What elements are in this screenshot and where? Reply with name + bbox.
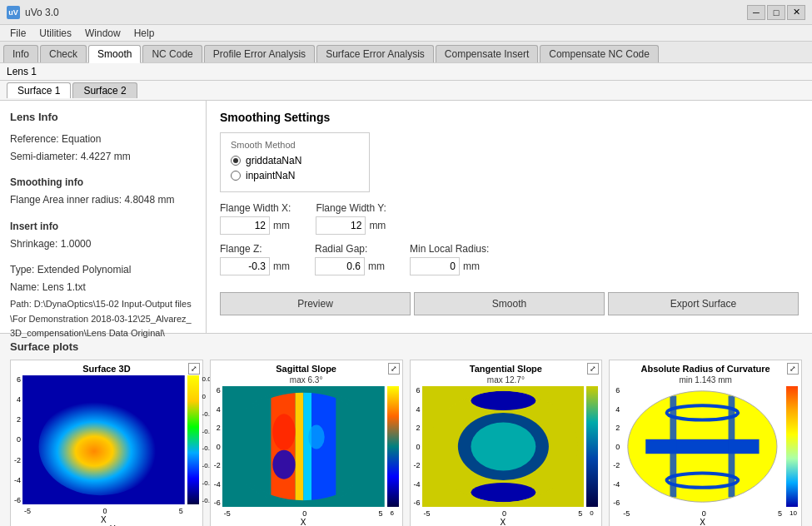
radio-inpaintNaN[interactable]: inpaintNaN — [231, 170, 359, 181]
menu-help[interactable]: Help — [127, 25, 162, 41]
menu-window[interactable]: Window — [78, 25, 127, 41]
svg-rect-32 — [786, 386, 798, 507]
plot-tangential-y-labels: 6420-2-4-6 — [414, 386, 422, 507]
plot-surface-3d-expand[interactable]: ⤢ — [188, 363, 200, 375]
menu-bar: File Utilities Window Help — [0, 25, 812, 42]
plots-row: ⤢ Surface 3D 6420-2-4-6 — [10, 360, 802, 526]
plot-sagittal-subtitle: max 6.3° — [211, 375, 402, 385]
plot-surface-3d-canvas-area: -505 X — [22, 375, 185, 524]
minimize-button[interactable]: ─ — [747, 5, 765, 20]
radio-inpaintNaN-btn[interactable] — [231, 171, 241, 181]
radial-gap-input[interactable] — [315, 257, 365, 275]
plot-sagittal-slope: ⤢ Sagittal Slope max 6.3° 6420-2-4-6 — [210, 360, 403, 526]
smooth-method-box: Smooth Method griddataNaN inpaintNaN — [220, 132, 370, 192]
surface-tab-1[interactable]: Surface 1 — [7, 82, 71, 98]
radio-griddataNaN-btn[interactable] — [231, 156, 241, 166]
svg-point-1 — [38, 397, 162, 495]
app-title: uVo 3.0 — [25, 7, 59, 18]
plot-tangential-slope: ⤢ Tangential Slope max 12.7° 6420-2-4-6 — [410, 360, 603, 526]
flange-width-y-group: Flange Width Y: mm — [316, 202, 386, 235]
radio-griddataNaN[interactable]: griddataNaN — [231, 155, 359, 166]
name: Name: Lens 1.txt — [10, 280, 196, 295]
plot-surface-3d: ⤢ Surface 3D 6420-2-4-6 — [10, 360, 203, 526]
plot-abs-radius-canvas-area: -505 X — [621, 386, 784, 526]
right-panel: Smoothing Settings Smooth Method griddat… — [207, 101, 812, 333]
plot-surface-3d-title: Surface 3D — [11, 360, 202, 375]
lens-bar: Lens 1 — [0, 63, 812, 81]
radial-gap-group: Radial Gap: mm — [315, 243, 385, 275]
plot-sagittal-colorbar-labels: 6420-2-4-6 — [391, 509, 401, 526]
flange-z-group: Flange Z: mm — [220, 243, 290, 275]
plot-sagittal-x-labels: -505 — [222, 509, 385, 518]
svg-point-12 — [272, 450, 295, 479]
plot-sagittal-x-label: X — [222, 518, 385, 526]
tab-profile-error[interactable]: Profile Error Analysis — [204, 45, 315, 62]
svg-point-21 — [471, 483, 536, 502]
radio-griddataNaN-label: griddataNaN — [246, 155, 301, 166]
svg-rect-26 — [645, 439, 759, 454]
plot-surface-3d-svg — [22, 375, 185, 504]
min-local-radius-input[interactable] — [410, 257, 460, 275]
maximize-button[interactable]: □ — [767, 5, 785, 20]
plot-sagittal-colorbar-svg — [387, 386, 399, 507]
svg-point-11 — [272, 414, 295, 449]
menu-file[interactable]: File — [3, 25, 32, 41]
plot-tangential-colorbar-svg — [586, 386, 598, 507]
preview-button[interactable]: Preview — [220, 292, 411, 315]
flange-z-input[interactable] — [220, 257, 270, 275]
svg-rect-22 — [586, 386, 598, 507]
tab-info[interactable]: Info — [3, 45, 38, 62]
svg-point-20 — [471, 391, 536, 410]
export-surface-button[interactable]: Export Surface — [608, 292, 799, 315]
flange-width-x-input[interactable] — [220, 216, 270, 235]
flange-width-x-label: Flange Width X: — [220, 202, 291, 214]
reference: Reference: Equation — [10, 132, 196, 147]
plot-abs-radius-title: Absolute Radius of Curvature — [610, 360, 801, 375]
plot-sagittal-colorbar: 6420-2-4-6 — [387, 386, 399, 526]
smoothing-settings-title: Smoothing Settings — [220, 111, 799, 124]
tab-nc-code[interactable]: NC Code — [142, 45, 202, 62]
flange-z-unit: mm — [273, 261, 290, 272]
smooth-button[interactable]: Smooth — [414, 292, 605, 315]
plot-abs-radius-x-labels: -505 — [621, 509, 784, 518]
tab-smooth[interactable]: Smooth — [88, 45, 141, 63]
smooth-method-label: Smooth Method — [231, 140, 359, 150]
plot-abs-radius-colorbar-labels: 1086420 — [790, 509, 800, 526]
plot-sagittal-title: Sagittal Slope — [211, 360, 402, 375]
svg-rect-7 — [295, 392, 303, 501]
tab-surface-error[interactable]: Surface Error Analysis — [316, 45, 434, 62]
plot-abs-radius-colorbar: 1086420 — [786, 386, 798, 526]
app-icon: uV — [7, 6, 20, 19]
window-controls: ─ □ ✕ — [747, 5, 805, 20]
tab-compensate-insert[interactable]: Compensate Insert — [436, 45, 538, 62]
min-local-radius-unit: mm — [463, 261, 480, 272]
surface-tab-bar: Surface 1 Surface 2 — [0, 81, 812, 101]
flange-area-inner: Flange Area inner radius: 4.8048 mm — [10, 192, 196, 208]
close-button[interactable]: ✕ — [787, 5, 805, 20]
plot-tangential-expand[interactable]: ⤢ — [587, 363, 599, 375]
plots-header: Surface plots — [10, 340, 802, 353]
flange-width-y-input[interactable] — [316, 216, 366, 235]
svg-rect-2 — [187, 375, 199, 504]
svg-point-19 — [471, 423, 536, 471]
plot-abs-radius: ⤢ Absolute Radius of Curvature min 1.143… — [609, 360, 802, 526]
plot-abs-radius-svg — [621, 386, 784, 507]
plot-abs-radius-x-label: X — [621, 518, 784, 526]
plot-tangential-colorbar-labels: 0-5-10 — [590, 509, 600, 526]
surface-tab-2[interactable]: Surface 2 — [72, 82, 137, 98]
tab-check[interactable]: Check — [40, 45, 87, 62]
fields-row-2: Flange Z: mm Radial Gap: mm Min Local Ra… — [220, 243, 799, 275]
smoothing-info-title: Smoothing info — [10, 176, 83, 188]
plot-sagittal-canvas-area: -505 X — [222, 386, 385, 526]
radial-gap-label: Radial Gap: — [315, 243, 385, 255]
flange-width-x-group: Flange Width X: mm — [220, 202, 291, 235]
tab-compensate-nc[interactable]: Compensate NC Code — [540, 45, 659, 62]
plot-abs-radius-expand[interactable]: ⤢ — [787, 363, 799, 375]
lens-info-title: Lens Info — [10, 109, 196, 127]
type: Type: Extended Polynomial — [10, 262, 196, 278]
fields-row-1: Flange Width X: mm Flange Width Y: mm — [220, 202, 799, 235]
main-tab-bar: Info Check Smooth NC Code Profile Error … — [0, 42, 812, 63]
menu-utilities[interactable]: Utilities — [32, 25, 78, 41]
plot-sagittal-expand[interactable]: ⤢ — [388, 363, 400, 375]
path: Path: D:\DynaOptics\15-02 Input-Output f… — [10, 297, 196, 341]
